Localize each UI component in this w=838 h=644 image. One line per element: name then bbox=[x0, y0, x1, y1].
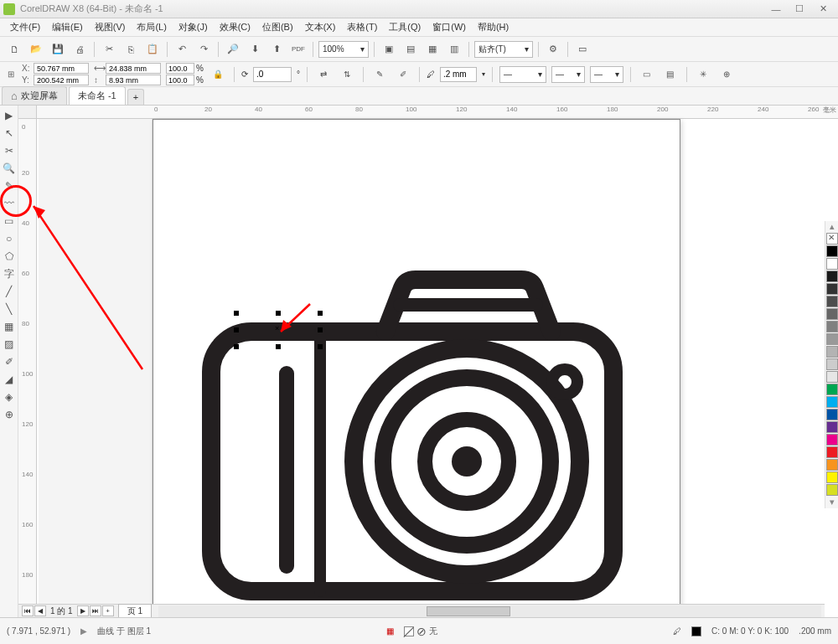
outline-tool[interactable]: ◈ bbox=[1, 389, 18, 405]
swatch[interactable] bbox=[826, 358, 838, 370]
selection-handles[interactable]: × bbox=[236, 313, 320, 347]
cut-button[interactable]: ✂ bbox=[100, 40, 118, 59]
camera-drawing[interactable] bbox=[186, 231, 639, 616]
menu-edit[interactable]: 编辑(E) bbox=[47, 19, 88, 35]
first-page-button[interactable]: ⏮ bbox=[22, 605, 34, 616]
search-button[interactable]: 🔎 bbox=[224, 40, 242, 59]
artistic-tool[interactable]: 〰 bbox=[1, 195, 18, 212]
fullscreen-button[interactable]: ▣ bbox=[380, 40, 398, 59]
swatch[interactable] bbox=[826, 270, 838, 282]
swatch[interactable] bbox=[826, 321, 838, 332]
swatch[interactable] bbox=[826, 409, 838, 420]
freehand-tool[interactable]: ✎ bbox=[1, 178, 18, 194]
options-button[interactable]: ⚙ bbox=[544, 40, 562, 59]
pdf-button[interactable]: PDF bbox=[289, 40, 308, 59]
scale-x-input[interactable] bbox=[166, 63, 194, 74]
parallel-tool[interactable]: ╱ bbox=[1, 283, 18, 300]
show-rulers-button[interactable]: ▤ bbox=[401, 40, 420, 59]
undo-button[interactable]: ↶ bbox=[173, 40, 191, 59]
swatch[interactable] bbox=[826, 371, 838, 383]
swatch[interactable] bbox=[826, 396, 838, 408]
menu-text[interactable]: 文本(X) bbox=[300, 19, 341, 35]
text-tool[interactable]: 字 bbox=[1, 265, 18, 282]
last-page-button[interactable]: ⏭ bbox=[90, 605, 101, 616]
fill-tool[interactable]: ◢ bbox=[1, 371, 18, 388]
new-button[interactable]: 🗋 bbox=[5, 40, 23, 59]
swatch[interactable] bbox=[826, 446, 838, 458]
palette-down[interactable]: ▾ bbox=[825, 497, 838, 508]
menu-window[interactable]: 窗口(W) bbox=[427, 19, 471, 35]
save-button[interactable]: 💾 bbox=[49, 40, 67, 59]
canvas-area[interactable]: 0 20 40 60 80 100 120 140 160 180 200 22… bbox=[18, 106, 838, 631]
crop-tool[interactable]: ✂ bbox=[1, 142, 18, 159]
fill-indicator[interactable]: ⊘ 无 bbox=[404, 625, 437, 638]
extra-button[interactable]: ✳ bbox=[694, 65, 712, 84]
drop-shadow-tool[interactable]: ▦ bbox=[1, 318, 18, 335]
swatch[interactable] bbox=[826, 346, 838, 358]
add-button[interactable]: ⊕ bbox=[717, 65, 736, 84]
pick-tool[interactable]: ▶ bbox=[1, 107, 18, 124]
h-scrollbar[interactable] bbox=[158, 605, 821, 617]
swatch[interactable] bbox=[826, 459, 838, 471]
mirror-h-button[interactable]: ⇄ bbox=[314, 65, 333, 84]
next-page-button[interactable]: ▶ bbox=[77, 605, 89, 616]
menu-help[interactable]: 帮助(H) bbox=[473, 19, 514, 35]
menu-tools[interactable]: 工具(Q) bbox=[384, 19, 426, 35]
page-tab-1[interactable]: 页 1 bbox=[118, 604, 152, 619]
tab-document[interactable]: 未命名 -1 bbox=[69, 86, 126, 105]
add-page-button[interactable]: + bbox=[102, 605, 114, 616]
h-scroll-thumb[interactable] bbox=[427, 606, 510, 616]
shape-tool[interactable]: ↖ bbox=[1, 125, 18, 142]
outline-width-input[interactable] bbox=[440, 67, 477, 82]
nav-icon[interactable]: ▶ bbox=[80, 626, 87, 636]
tab-add[interactable]: + bbox=[127, 89, 144, 105]
launch-button[interactable]: ▭ bbox=[573, 40, 592, 59]
height-input[interactable] bbox=[106, 75, 161, 85]
show-grid-button[interactable]: ▦ bbox=[423, 40, 442, 59]
palette-up[interactable]: ▴ bbox=[825, 221, 838, 233]
vertical-ruler[interactable]: 0 20 40 60 80 100 120 140 160 180 bbox=[18, 119, 37, 631]
tab-welcome[interactable]: ⌂欢迎屏幕 bbox=[2, 86, 67, 105]
wrap-text-button[interactable]: ▭ bbox=[638, 65, 656, 84]
swatch[interactable] bbox=[826, 434, 838, 446]
snap-dropdown[interactable]: 贴齐(T)▾ bbox=[474, 41, 533, 58]
arrow-end-select[interactable]: — ▾ bbox=[590, 66, 623, 83]
tool-opt1[interactable]: ✎ bbox=[370, 65, 389, 84]
print-button[interactable]: 🖨 bbox=[70, 40, 89, 59]
minimize-button[interactable]: — bbox=[764, 2, 788, 17]
line-style-select[interactable]: — ▾ bbox=[499, 66, 546, 83]
polygon-tool[interactable]: ⬠ bbox=[1, 248, 18, 265]
swatch-black[interactable] bbox=[826, 245, 838, 257]
open-button[interactable]: 📂 bbox=[27, 40, 45, 59]
ellipse-tool[interactable]: ○ bbox=[1, 230, 18, 247]
ruler-corner[interactable] bbox=[18, 106, 37, 119]
transparency-tool[interactable]: ▨ bbox=[1, 336, 18, 353]
redo-button[interactable]: ↷ bbox=[194, 40, 213, 59]
eyedropper-tool[interactable]: ✐ bbox=[1, 353, 18, 370]
mirror-v-button[interactable]: ⇅ bbox=[338, 65, 356, 84]
swatch[interactable] bbox=[826, 308, 838, 320]
menu-effects[interactable]: 效果(C) bbox=[215, 19, 256, 35]
zoom-select[interactable]: 100%▾ bbox=[318, 41, 369, 58]
width-input[interactable] bbox=[106, 63, 161, 74]
arrow-start-select[interactable]: — ▾ bbox=[551, 66, 585, 83]
rotation-input[interactable] bbox=[253, 67, 292, 82]
menu-layout[interactable]: 布局(L) bbox=[132, 19, 171, 35]
swatch[interactable] bbox=[826, 283, 838, 295]
connector-tool[interactable]: ╲ bbox=[1, 301, 18, 317]
swatch[interactable] bbox=[826, 296, 838, 307]
paste-button[interactable]: 📋 bbox=[143, 40, 162, 59]
x-position-input[interactable] bbox=[34, 63, 89, 74]
order-button[interactable]: ▤ bbox=[661, 65, 680, 84]
outline-swatch[interactable] bbox=[691, 626, 701, 636]
swatch[interactable] bbox=[826, 484, 838, 496]
show-guides-button[interactable]: ▥ bbox=[445, 40, 463, 59]
menu-view[interactable]: 视图(V) bbox=[90, 19, 131, 35]
swatch[interactable] bbox=[826, 471, 838, 483]
menu-table[interactable]: 表格(T) bbox=[342, 19, 382, 35]
scale-y-input[interactable] bbox=[166, 75, 194, 85]
prev-page-button[interactable]: ◀ bbox=[34, 605, 46, 616]
rectangle-tool[interactable]: ▭ bbox=[1, 213, 18, 229]
tool-opt2[interactable]: ✐ bbox=[394, 65, 412, 84]
zoom-tool[interactable]: 🔍 bbox=[1, 160, 18, 177]
